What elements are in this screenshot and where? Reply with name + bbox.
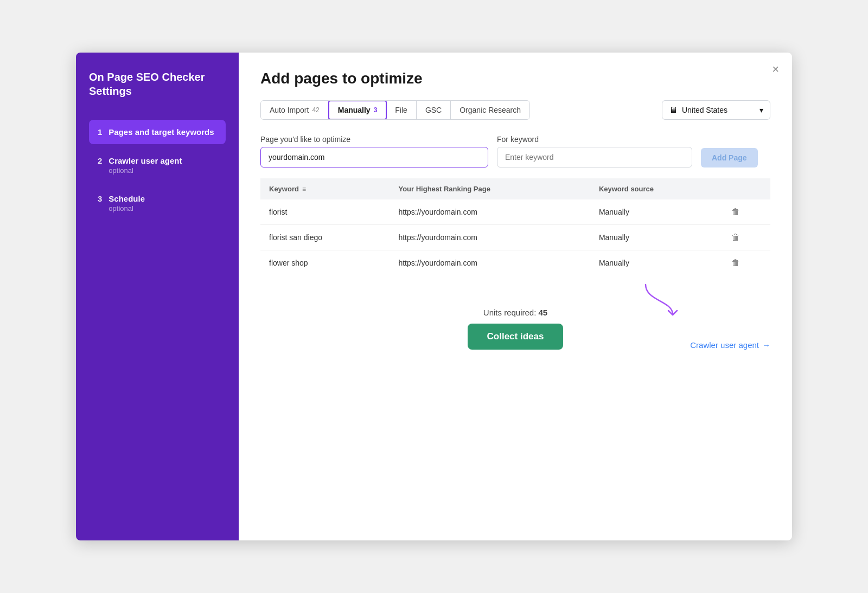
form-row: Page you'd like to optimize For keyword … xyxy=(260,135,770,167)
delete-row-button[interactable]: 🗑 xyxy=(731,233,740,242)
sidebar-item-sublabel-2: optional xyxy=(108,166,182,175)
sidebar-item-number-1: 1 xyxy=(98,127,102,137)
keyword-input[interactable] xyxy=(497,147,692,167)
monitor-icon: 🖥 xyxy=(669,105,678,115)
modal-container: On Page SEO Checker Settings 1 Pages and… xyxy=(76,53,792,540)
units-label: Units required: xyxy=(483,308,537,317)
cell-keyword: flower shop xyxy=(260,250,390,276)
keywords-table: Keyword ≡ Your Highest Ranking Page Keyw… xyxy=(260,178,770,275)
cell-source: Manually xyxy=(590,199,723,225)
sidebar-item-label-3: Schedule xyxy=(108,194,145,203)
keyword-form-group: For keyword xyxy=(497,135,692,167)
tab-auto-import[interactable]: Auto Import 42 xyxy=(261,101,329,119)
close-button[interactable]: × xyxy=(772,63,779,75)
sidebar-item-content-3: Schedule optional xyxy=(108,194,145,212)
chevron-down-icon: ▾ xyxy=(760,106,763,114)
sidebar-item-sublabel-3: optional xyxy=(108,204,145,212)
sidebar-item-crawler[interactable]: 2 Crawler user agent optional xyxy=(89,149,226,182)
sidebar-title: On Page SEO Checker Settings xyxy=(89,70,226,98)
cell-keyword: florist xyxy=(260,199,390,225)
sidebar-item-pages[interactable]: 1 Pages and target keywords xyxy=(89,120,226,144)
keyword-label: For keyword xyxy=(497,135,692,144)
cell-page: https://yourdomain.com xyxy=(390,225,590,250)
country-label: United States xyxy=(682,106,727,114)
sidebar-item-number-2: 2 xyxy=(98,156,102,175)
arrow-right-icon: → xyxy=(762,340,770,350)
tab-manually[interactable]: Manually 3 xyxy=(328,100,387,120)
arrow-decoration xyxy=(640,279,684,317)
sidebar-item-content-1: Pages and target keywords xyxy=(108,127,214,137)
units-value: 45 xyxy=(539,308,548,317)
col-actions xyxy=(723,178,770,199)
main-content: × Add pages to optimize Auto Import 42 M… xyxy=(239,53,792,540)
tab-organic-research[interactable]: Organic Research xyxy=(451,101,529,119)
delete-row-button[interactable]: 🗑 xyxy=(731,207,740,217)
tab-file-label: File xyxy=(395,106,407,114)
sidebar-item-number-3: 3 xyxy=(98,194,102,212)
col-keyword: Keyword ≡ xyxy=(260,178,390,199)
country-select-inner: 🖥 United States xyxy=(669,105,727,115)
crawler-user-agent-link[interactable]: Crawler user agent → xyxy=(690,340,770,350)
delete-row-button[interactable]: 🗑 xyxy=(731,258,740,268)
units-text: Units required: 45 xyxy=(483,308,547,317)
tab-gsc[interactable]: GSC xyxy=(417,101,451,119)
cell-page: https://yourdomain.com xyxy=(390,250,590,276)
page-label: Page you'd like to optimize xyxy=(260,135,488,144)
table-row: flower shop https://yourdomain.com Manua… xyxy=(260,250,770,276)
crawler-link-label: Crawler user agent xyxy=(690,340,759,350)
page-input[interactable] xyxy=(260,147,488,167)
cell-source: Manually xyxy=(590,225,723,250)
tab-organic-research-label: Organic Research xyxy=(459,106,521,114)
tab-auto-import-badge: 42 xyxy=(312,106,319,114)
page-title: Add pages to optimize xyxy=(260,70,770,87)
cell-keyword: florist san diego xyxy=(260,225,390,250)
collect-ideas-button[interactable]: Collect ideas xyxy=(468,324,564,350)
col-page: Your Highest Ranking Page xyxy=(390,178,590,199)
country-selector[interactable]: 🖥 United States ▾ xyxy=(662,100,770,120)
table-row: florist san diego https://yourdomain.com… xyxy=(260,225,770,250)
table-row: florist https://yourdomain.com Manually … xyxy=(260,199,770,225)
col-source: Keyword source xyxy=(590,178,723,199)
tab-manually-badge: 3 xyxy=(374,106,378,114)
sidebar-item-label-1: Pages and target keywords xyxy=(108,127,214,137)
tab-gsc-label: GSC xyxy=(425,106,442,114)
page-form-group: Page you'd like to optimize xyxy=(260,135,488,167)
tab-manually-label: Manually xyxy=(338,106,371,114)
sidebar: On Page SEO Checker Settings 1 Pages and… xyxy=(76,53,239,540)
keyword-col-label: Keyword xyxy=(269,185,299,193)
cell-page: https://yourdomain.com xyxy=(390,199,590,225)
bottom-area: Units required: 45 Collect ideas Crawler… xyxy=(260,308,770,350)
sidebar-item-content-2: Crawler user agent optional xyxy=(108,156,182,175)
tab-file[interactable]: File xyxy=(386,101,417,119)
cell-source: Manually xyxy=(590,250,723,276)
tabs-row: Auto Import 42 Manually 3 File GSC Organ… xyxy=(260,100,770,120)
filter-icon[interactable]: ≡ xyxy=(302,185,306,193)
tabs-group: Auto Import 42 Manually 3 File GSC Organ… xyxy=(260,100,530,120)
sidebar-item-label-2: Crawler user agent xyxy=(108,156,182,165)
add-page-button[interactable]: Add Page xyxy=(701,148,758,167)
sidebar-item-schedule[interactable]: 3 Schedule optional xyxy=(89,186,226,220)
tab-auto-import-label: Auto Import xyxy=(270,106,309,114)
